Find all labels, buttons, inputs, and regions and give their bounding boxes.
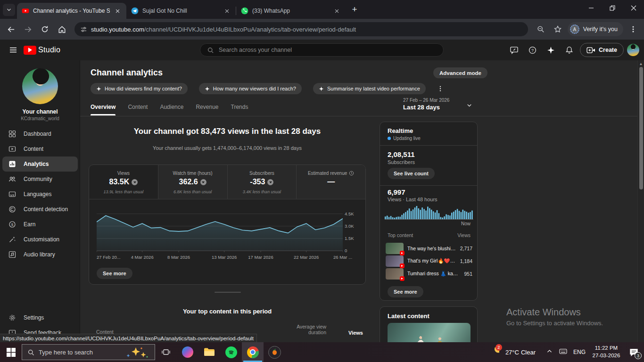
sidebar-item-customisation[interactable]: Customisation: [0, 232, 80, 247]
y-axis-tick: 3.0K: [345, 223, 354, 229]
site-settings-icon[interactable]: [80, 26, 87, 33]
sidebar-item-content-detection[interactable]: Content detection: [0, 202, 80, 217]
url-bar[interactable]: studio.youtube.com/channel/UCDiHVKJu1deU…: [74, 22, 528, 36]
zoom-icon[interactable]: [534, 22, 548, 36]
browser-menu-icon[interactable]: [626, 22, 640, 36]
metric-subscribers[interactable]: Subscribers -353 3.4K less than usual: [227, 165, 297, 199]
sidebar-item-languages[interactable]: Languages: [0, 187, 80, 202]
hidden-icons-chevron[interactable]: [542, 348, 556, 356]
start-button[interactable]: [0, 342, 22, 362]
tab-close-icon[interactable]: [114, 7, 122, 15]
weather-button[interactable]: 2: [487, 342, 503, 362]
browser-tab-channel-analytics[interactable]: Channel analytics - YouTube Stu: [17, 3, 126, 19]
file-explorer-button[interactable]: [198, 342, 220, 362]
help-icon[interactable]: ?: [525, 42, 540, 58]
taskbar-search-box[interactable]: [22, 344, 155, 360]
sidebar-item-label: Dashboard: [24, 131, 51, 137]
advanced-mode-button[interactable]: Advanced mode: [433, 67, 487, 78]
ai-sparkle-icon[interactable]: [543, 42, 558, 58]
menu-hamburger-icon[interactable]: [4, 41, 23, 59]
tab-close-icon[interactable]: [333, 7, 341, 15]
home-button[interactable]: [55, 22, 69, 36]
sidebar-item-content[interactable]: Content: [0, 141, 80, 156]
minimize-button[interactable]: [580, 0, 602, 16]
create-button[interactable]: Create: [580, 43, 624, 57]
metric-estimated-revenue[interactable]: Estimated revenue —: [296, 165, 365, 199]
see-live-count-button[interactable]: See live count: [388, 168, 435, 179]
spotify-button[interactable]: [220, 342, 242, 362]
metric-value: 83.5K: [109, 178, 130, 186]
top-content-row[interactable]: That's my Girl🔥❤️ #cdr... 1,184: [386, 255, 472, 267]
feedback-icon[interactable]: [506, 42, 521, 58]
views-line-chart[interactable]: [97, 210, 343, 253]
studio-search-input[interactable]: [219, 47, 437, 53]
sidebar-item-earn[interactable]: $ Earn: [0, 217, 80, 232]
close-button[interactable]: [623, 0, 644, 16]
copilot-button[interactable]: [177, 342, 198, 362]
metric-views[interactable]: Views 83.5K 13.9L less than usual: [89, 165, 158, 199]
bookmark-star-icon[interactable]: [551, 22, 565, 36]
tab-audience[interactable]: Audience: [160, 104, 183, 115]
notifications-button[interactable]: 3: [623, 342, 644, 362]
chips-more-icon[interactable]: [437, 85, 444, 92]
date-range-selector[interactable]: 27 Feb – 26 Mar 2026 Last 28 days: [403, 98, 449, 111]
clock[interactable]: 11:22 PM 27-03-2026: [589, 345, 623, 359]
studio-logo[interactable]: Studio: [24, 46, 60, 55]
task-view-button[interactable]: [155, 342, 177, 362]
views-48h-bar-chart[interactable]: [385, 206, 473, 220]
notifications-bell-icon[interactable]: [561, 42, 577, 58]
sparkle-icon: [96, 86, 101, 91]
sidebar-item-dashboard[interactable]: Dashboard: [0, 126, 80, 141]
date-text: 27-03-2026: [589, 352, 623, 360]
metric-watch-time[interactable]: Watch time (hours) 362.6 6.8K less than …: [158, 165, 227, 199]
metric-tabs: Views 83.5K 13.9L less than usual Watch …: [89, 165, 365, 199]
tab-search-button[interactable]: [3, 4, 15, 16]
temperature-text[interactable]: 27°C: [505, 349, 519, 356]
tab-close-icon[interactable]: [223, 7, 231, 15]
weather-condition-text[interactable]: Clear: [521, 349, 536, 356]
top-content-row[interactable]: The way he's blushing ... 2,717: [386, 242, 472, 255]
browser-tab-telegram[interactable]: Sujal Got No Chill: [126, 3, 236, 19]
forward-button[interactable]: [21, 22, 35, 36]
sidebar-item-audio-library[interactable]: Audio library: [0, 247, 80, 262]
reload-button[interactable]: [38, 22, 52, 36]
page-scrollbar[interactable]: ▲: [637, 60, 644, 342]
language-indicator[interactable]: ENG: [570, 349, 589, 355]
fl-studio-button[interactable]: [264, 342, 285, 362]
search-icon: [27, 349, 34, 356]
tab-overview[interactable]: Overview: [91, 104, 116, 115]
channel-avatar[interactable]: [22, 68, 58, 104]
chrome-icon: [247, 346, 259, 358]
browser-tab-whatsapp[interactable]: (33) WhatsApp: [236, 3, 346, 19]
tab-content[interactable]: Content: [128, 104, 148, 115]
touch-keyboard-icon[interactable]: [556, 348, 570, 356]
tab-title: (33) WhatsApp: [252, 8, 329, 14]
sidebar-nav: Dashboard Content Analytics Community La…: [0, 126, 80, 262]
tab-trends[interactable]: Trends: [231, 104, 248, 115]
studio-search-bar[interactable]: [200, 43, 444, 57]
back-button[interactable]: [4, 22, 18, 36]
channel-handle: KCdramatic_world: [0, 116, 80, 121]
chip-summarise[interactable]: Summarise my latest video performance: [313, 83, 426, 94]
sidebar-item-community[interactable]: Community: [0, 172, 80, 187]
chip-new-viewers[interactable]: How many new viewers did I reach?: [199, 83, 302, 94]
see-more-button[interactable]: See more: [97, 268, 132, 279]
sidebar-item-analytics[interactable]: Analytics: [2, 156, 78, 172]
tab-revenue[interactable]: Revenue: [196, 104, 218, 115]
new-tab-button[interactable]: +: [348, 3, 361, 16]
chip-how-found[interactable]: How did viewers find my content?: [91, 83, 188, 94]
verify-profile-button[interactable]: A Verify it's you: [568, 22, 623, 36]
chevron-down-icon[interactable]: [466, 102, 473, 109]
restore-button[interactable]: [602, 0, 623, 16]
sidebar-item-label: Languages: [24, 191, 51, 197]
account-avatar[interactable]: [627, 44, 639, 56]
chrome-button[interactable]: [242, 342, 264, 362]
realtime-see-more-button[interactable]: See more: [388, 286, 423, 297]
latest-video-thumbnail[interactable]: [388, 323, 471, 342]
scrollbar-up-icon[interactable]: ▲: [638, 62, 644, 66]
top-content-row[interactable]: Tumhari dress 👗 kaafi pya... 951: [386, 267, 472, 280]
realtime-views-value: 6,997: [388, 188, 405, 196]
latest-content-title: Latest content: [388, 313, 429, 320]
scrollbar-thumb[interactable]: [639, 67, 643, 189]
sidebar-item-settings[interactable]: Settings: [0, 310, 80, 325]
